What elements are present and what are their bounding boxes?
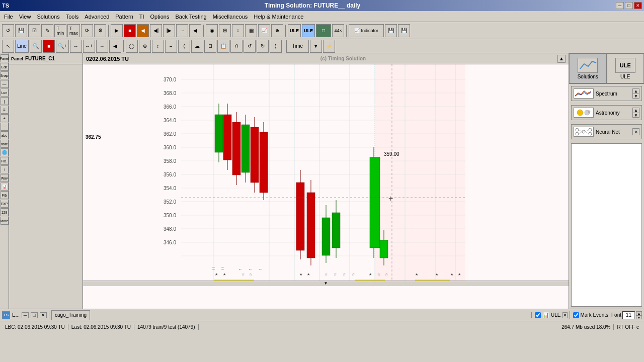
- menu-ti[interactable]: TI: [136, 13, 147, 21]
- tb-pen[interactable]: ✎: [41, 24, 53, 37]
- tb-person[interactable]: ☻: [271, 24, 283, 37]
- vtool-128[interactable]: 128: [1, 208, 9, 216]
- vtool-date[interactable]: date: [1, 140, 9, 148]
- mark-events-checkbox[interactable]: [573, 312, 579, 318]
- tb-grid[interactable]: ⊞: [219, 24, 231, 37]
- tb2-o12[interactable]: ⟩: [270, 40, 282, 53]
- tb2-o3[interactable]: ↕: [152, 40, 164, 53]
- menu-pattern[interactable]: Pattern: [112, 13, 136, 21]
- vtool-chart[interactable]: 📊: [1, 183, 9, 191]
- tb-ule1[interactable]: ULE: [288, 24, 301, 37]
- tb-save3[interactable]: 💾: [398, 24, 410, 37]
- tb2-o5[interactable]: ⟨: [178, 40, 190, 53]
- menu-tools[interactable]: Tools: [63, 13, 82, 21]
- menu-help[interactable]: Help & Maintenance: [251, 13, 306, 21]
- vtool-panel[interactable]: Panel: [1, 54, 9, 62]
- menu-file[interactable]: File: [1, 13, 16, 21]
- taskbar-max[interactable]: □: [31, 312, 38, 318]
- tb-nav1[interactable]: ◀|: [150, 24, 162, 37]
- font-down[interactable]: ▼: [636, 315, 642, 319]
- neural-net-close[interactable]: ✕: [632, 128, 639, 135]
- font-up[interactable]: ▲: [636, 311, 642, 315]
- tb2-o4[interactable]: =: [165, 40, 177, 53]
- tb2-arrow[interactable]: ↖: [2, 40, 14, 53]
- tb2-o10[interactable]: ↺: [244, 40, 256, 53]
- tb2-o11[interactable]: ↻: [257, 40, 269, 53]
- vtool-fib[interactable]: Fib.: [1, 157, 9, 165]
- tb-save2[interactable]: 💾: [385, 24, 397, 37]
- tb2-line[interactable]: Line: [15, 40, 29, 53]
- vtool-globe[interactable]: 🌐: [1, 148, 9, 156]
- tb-stop[interactable]: ■: [124, 24, 136, 37]
- tb2-left[interactable]: ◀: [109, 40, 121, 53]
- neural-net-button[interactable]: Neural Net ✕: [571, 124, 642, 139]
- vtool-wave[interactable]: ~: [1, 123, 9, 131]
- ule-button[interactable]: ULE ULE: [607, 53, 645, 83]
- minimize-button[interactable]: ─: [616, 2, 624, 9]
- vtool-exp[interactable]: EXP: [1, 200, 9, 208]
- vtool-edit[interactable]: Edit: [1, 63, 9, 71]
- tb-refresh[interactable]: ⟳: [81, 24, 93, 37]
- vtool-abc[interactable]: abc: [1, 131, 9, 139]
- tb-table[interactable]: ▦: [245, 24, 257, 37]
- tb-fwd[interactable]: →: [176, 24, 188, 37]
- taskbar-min[interactable]: ─: [22, 312, 29, 318]
- vtool-more[interactable]: More: [1, 217, 9, 225]
- tb-chart2[interactable]: 📈: [258, 24, 270, 37]
- vtool-line[interactable]: —: [1, 80, 9, 88]
- vtool-arr[interactable]: ↑: [1, 165, 9, 173]
- vtool-cross[interactable]: +: [1, 114, 9, 122]
- tb2-o8[interactable]: 📋: [217, 40, 229, 53]
- tb2-time[interactable]: Time: [286, 40, 309, 53]
- solutions-button[interactable]: Solutions: [569, 53, 607, 83]
- astronomy-button[interactable]: Astronomy ▲ ▼: [571, 105, 642, 120]
- tb2-zoom2[interactable]: 🔍+: [56, 40, 69, 53]
- tb2-hzoom2[interactable]: ↔+: [83, 40, 95, 53]
- tb-44x[interactable]: 44×: [332, 24, 344, 37]
- tb2-o7[interactable]: 🗒: [204, 40, 216, 53]
- vtool-wave2[interactable]: Wav: [1, 174, 9, 182]
- chart-canvas[interactable]: 370.0 368.0 366.0 364.0 362.0 360.0 358.…: [83, 64, 569, 281]
- font-value[interactable]: [622, 311, 635, 319]
- tb-settings[interactable]: ⚙: [94, 24, 106, 37]
- tb2-lightning[interactable]: ⚡: [323, 40, 335, 53]
- menu-miscellaneous[interactable]: Miscellaneous: [210, 13, 251, 21]
- ule-checkbox[interactable]: [535, 312, 541, 318]
- tb-green-sq[interactable]: □: [316, 24, 331, 37]
- tb2-rect[interactable]: ■: [43, 40, 55, 53]
- tb2-o2[interactable]: ⊕: [139, 40, 151, 53]
- tb-indicator[interactable]: 📈 Indicator: [349, 24, 384, 37]
- vtool-snap[interactable]: Snap: [1, 71, 9, 79]
- taskbar-window[interactable]: cago_Training: [51, 310, 90, 320]
- menu-view[interactable]: View: [16, 13, 34, 21]
- menu-solutions[interactable]: Solutions: [34, 13, 62, 21]
- tb-nav2[interactable]: |▶: [163, 24, 175, 37]
- vtool-lun[interactable]: Lun: [1, 88, 9, 97]
- tb-tmin[interactable]: Tmin: [54, 24, 66, 37]
- vtool-hatch[interactable]: ≡: [1, 106, 9, 114]
- tb2-o9[interactable]: ⎙: [230, 40, 243, 53]
- tb2-o6[interactable]: ☁: [191, 40, 203, 53]
- tb2-hzoom[interactable]: ↔: [70, 40, 82, 53]
- tb2-zoom[interactable]: 🔍: [30, 40, 42, 53]
- tb-orange[interactable]: ◀: [137, 24, 149, 37]
- vtool-fibexp[interactable]: Fib: [1, 191, 9, 199]
- spectrum-button[interactable]: Spectrum ▲ ▼: [571, 86, 642, 101]
- ule-x-button[interactable]: ✕: [562, 312, 568, 318]
- chart-scroll-down[interactable]: ▼: [83, 281, 569, 286]
- tb-tmax[interactable]: Tmax: [67, 24, 80, 37]
- tb-ule2[interactable]: ULE: [302, 24, 315, 37]
- tb-updown[interactable]: ↕: [232, 24, 244, 37]
- tb-circle[interactable]: ◉: [206, 24, 218, 37]
- menu-backtesting[interactable]: Back Testing: [172, 13, 209, 21]
- taskbar-close[interactable]: ✕: [40, 312, 47, 318]
- tb-arrow[interactable]: ↺: [2, 24, 14, 37]
- maximize-button[interactable]: □: [625, 2, 633, 9]
- tb-play[interactable]: ▶: [111, 24, 123, 37]
- tb-save[interactable]: 💾: [15, 24, 27, 37]
- tb-back[interactable]: ◀: [189, 24, 201, 37]
- chart-scroll-up[interactable]: ▲: [557, 55, 566, 63]
- vtool-vert[interactable]: |: [1, 97, 9, 105]
- menu-options[interactable]: Options: [147, 13, 173, 21]
- close-button[interactable]: ✕: [634, 2, 642, 9]
